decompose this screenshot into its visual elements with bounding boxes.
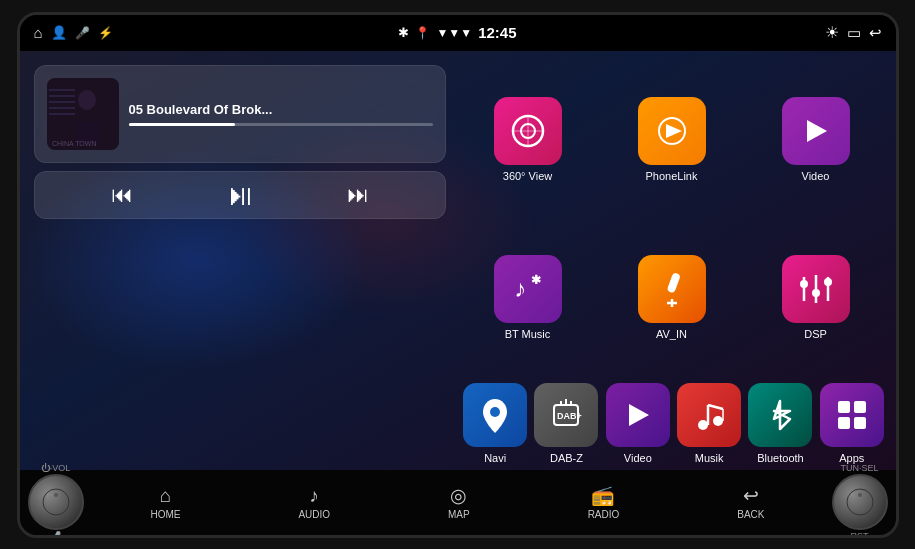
svg-point-43 (43, 489, 69, 515)
svg-text:✱: ✱ (531, 273, 541, 287)
svg-rect-39 (838, 401, 850, 413)
app-item-360view[interactable]: 360° View (460, 65, 596, 215)
vol-knob[interactable] (28, 474, 84, 530)
progress-bar (129, 123, 433, 126)
back-nav-icon: ↩ (743, 484, 759, 507)
svg-point-44 (54, 493, 58, 497)
home-nav-label: HOME (150, 509, 180, 520)
app-label-phonelink: PhoneLink (646, 170, 698, 182)
svg-text:DAB+: DAB+ (557, 411, 582, 421)
app-label-apps: Apps (839, 452, 864, 464)
profile-icon: 👤 (51, 25, 67, 40)
music-card: CHINA TOWN 05 Boulevard Of Brok... (34, 65, 446, 163)
nav-item-audio[interactable]: ♪ AUDIO (298, 485, 330, 520)
svg-line-36 (708, 405, 723, 409)
svg-rect-42 (854, 417, 866, 429)
app-item-phonelink[interactable]: PhoneLink (604, 65, 740, 215)
tun-knob[interactable] (832, 474, 888, 530)
app-icon-dsp (782, 255, 850, 323)
rewind-button[interactable]: ⏮ (111, 182, 133, 208)
svg-point-24 (812, 289, 820, 297)
album-art: CHINA TOWN (47, 78, 119, 150)
song-info: 05 Boulevard Of Brok... (129, 102, 433, 126)
nav-item-back[interactable]: ↩ BACK (737, 484, 764, 520)
app-item-dabz[interactable]: DAB+ DAB-Z (534, 383, 598, 464)
app-icon-avin (638, 255, 706, 323)
app-item-video-bottom[interactable]: Video (606, 383, 670, 464)
app-icon-bluetooth (748, 383, 812, 447)
signal-icon: ▼▼▼ (436, 26, 472, 40)
fast-forward-button[interactable]: ⏭ (347, 182, 369, 208)
svg-text:CHINA TOWN: CHINA TOWN (52, 140, 96, 147)
svg-point-27 (490, 407, 500, 417)
svg-rect-41 (838, 417, 850, 429)
app-icon-360view (494, 97, 562, 165)
back-nav-label: BACK (737, 509, 764, 520)
map-nav-label: MAP (448, 509, 470, 520)
play-pause-button[interactable]: ⏯ (225, 178, 255, 212)
mic-label: 🎤 (50, 531, 61, 538)
app-label-btmusic: BT Music (505, 328, 551, 340)
home-icon[interactable]: ⌂ (34, 24, 43, 41)
svg-marker-14 (666, 124, 682, 138)
song-title: 05 Boulevard Of Brok... (129, 102, 433, 117)
status-time: 12:45 (478, 24, 516, 41)
app-icon-btmusic: ♪✱ (494, 255, 562, 323)
app-item-dsp[interactable]: DSP (748, 223, 884, 373)
app-item-navi[interactable]: Navi (463, 383, 527, 464)
app-item-bluetooth[interactable]: Bluetooth (748, 383, 812, 464)
svg-point-22 (800, 280, 808, 288)
app-icon-dabz: DAB+ (534, 383, 598, 447)
home-nav-icon: ⌂ (160, 485, 171, 507)
app-icon-phonelink (638, 97, 706, 165)
status-right: ☀ ▭ ↩ (825, 23, 882, 42)
brightness-icon[interactable]: ☀ (825, 23, 839, 42)
device-frame: ⌂ 👤 🎤 ⚡ ✱ 📍 ▼▼▼ 12:45 ☀ ▭ ↩ (17, 12, 899, 538)
app-item-video-top[interactable]: Video (748, 65, 884, 215)
app-icon-video-bottom (606, 383, 670, 447)
audio-nav-label: AUDIO (298, 509, 330, 520)
main-content: CHINA TOWN 05 Boulevard Of Brok... ⏮ ⏯ ⏭ (20, 51, 896, 470)
app-item-btmusic[interactable]: ♪✱ BT Music (460, 223, 596, 373)
app-label-bluetooth: Bluetooth (757, 452, 803, 464)
app-label-360view: 360° View (503, 170, 552, 182)
music-controls: ⏮ ⏯ ⏭ (34, 171, 446, 219)
radio-nav-label: RADIO (588, 509, 620, 520)
app-item-avin[interactable]: AV_IN (604, 223, 740, 373)
location-icon: 📍 (415, 26, 430, 40)
back-icon[interactable]: ↩ (869, 24, 882, 42)
app-label-navi: Navi (484, 452, 506, 464)
svg-point-38 (713, 416, 723, 426)
rst-label: RST (851, 531, 869, 538)
svg-point-45 (847, 489, 873, 515)
progress-fill (129, 123, 235, 126)
radio-nav-icon: 📻 (591, 484, 615, 507)
app-label-video-bottom: Video (624, 452, 652, 464)
apps-wrapper: 360° View PhoneLink Video (460, 51, 896, 470)
app-icon-video-top (782, 97, 850, 165)
map-nav-icon: ◎ (450, 484, 467, 507)
svg-marker-15 (807, 120, 827, 142)
nav-item-home[interactable]: ⌂ HOME (150, 485, 180, 520)
app-label-dabz: DAB-Z (550, 452, 583, 464)
nav-item-radio[interactable]: 📻 RADIO (588, 484, 620, 520)
svg-rect-40 (854, 401, 866, 413)
svg-point-6 (78, 90, 96, 110)
status-bar: ⌂ 👤 🎤 ⚡ ✱ 📍 ▼▼▼ 12:45 ☀ ▭ ↩ (20, 15, 896, 51)
nav-items: ⌂ HOME ♪ AUDIO ◎ MAP 📻 RADIO (92, 484, 824, 520)
mic-icon: 🎤 (75, 26, 90, 40)
bottom-nav: ⏻·VOL 🎤 ⌂ HOME ♪ AUDIO (20, 470, 896, 535)
music-panel: CHINA TOWN 05 Boulevard Of Brok... ⏮ ⏯ ⏭ (20, 51, 460, 470)
app-label-dsp: DSP (804, 328, 827, 340)
music-info: CHINA TOWN 05 Boulevard Of Brok... (47, 78, 433, 150)
app-item-musik[interactable]: Musik (677, 383, 741, 464)
tun-knob-wrapper: TUN·SEL RST (824, 463, 896, 538)
app-icon-musik (677, 383, 741, 447)
apps-bottom-row: Navi DAB+ DAB-Z Video (460, 379, 896, 470)
status-left: ⌂ 👤 🎤 ⚡ (34, 24, 113, 41)
cast-icon[interactable]: ▭ (847, 24, 861, 42)
app-label-avin: AV_IN (656, 328, 687, 340)
nav-item-map[interactable]: ◎ MAP (448, 484, 470, 520)
app-item-apps[interactable]: Apps (820, 383, 884, 464)
app-icon-apps (820, 383, 884, 447)
